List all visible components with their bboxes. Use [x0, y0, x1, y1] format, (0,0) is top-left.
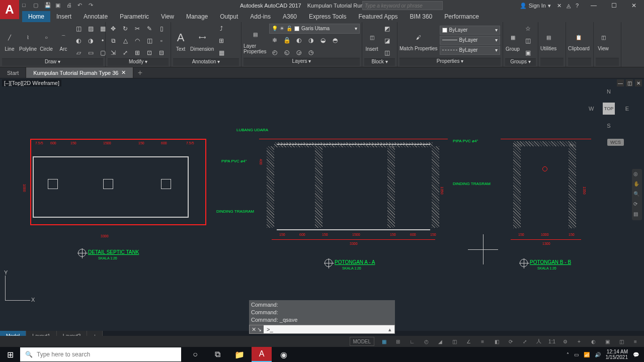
autocad-task-icon[interactable]: A — [252, 347, 272, 362]
draw-tool-icon[interactable]: ◐ — [73, 35, 84, 46]
battery-icon[interactable]: ▭ — [574, 352, 579, 357]
polyline-button[interactable]: ⌇Polyline — [19, 30, 37, 52]
close-tab-icon[interactable]: ✕ — [121, 69, 126, 76]
scale-icon[interactable]: ⤢ — [120, 47, 131, 58]
group-button[interactable]: ▦Group — [505, 30, 520, 52]
transparency-toggle[interactable]: ◧ — [492, 337, 501, 346]
anno-icon[interactable]: ▦ — [216, 47, 227, 58]
tab-output[interactable]: Output — [214, 11, 244, 22]
dimension-button[interactable]: ⟷Dimension — [190, 30, 214, 52]
nav-bar[interactable]: ◎ ✋ 🔍 ⟳ ▤ — [632, 169, 642, 220]
block-tool-icon[interactable]: ◫ — [381, 47, 392, 58]
maximize-button[interactable]: ☐ — [604, 0, 624, 11]
tab-view[interactable]: View — [155, 11, 180, 22]
a360-icon[interactable]: ◬ — [567, 3, 571, 9]
workspace-icon[interactable]: ⚙ — [560, 337, 570, 346]
table-icon[interactable]: ⊞ — [216, 35, 227, 46]
layer-tool-icon[interactable]: ◑ — [305, 35, 316, 46]
taskbar-search[interactable]: 🔍 Type here to search — [20, 347, 181, 361]
viewcube[interactable]: N S E W TOP — [589, 88, 629, 129]
tab-bim360[interactable]: BIM 360 — [404, 11, 439, 22]
tab-annotate[interactable]: Annotate — [77, 11, 114, 22]
linetype-dropdown[interactable]: ByLayer▾ — [440, 46, 500, 55]
lineweight-toggle[interactable]: ≡ — [478, 337, 487, 346]
app-menu-button[interactable]: A — [0, 0, 19, 19]
anno-monitor-icon[interactable]: + — [575, 337, 584, 346]
vp-close-icon[interactable]: ✕ — [635, 79, 642, 86]
erase-icon[interactable]: ✎ — [144, 23, 155, 34]
cycle-toggle[interactable]: ⟳ — [506, 337, 515, 346]
layer-tool-icon[interactable]: ◴ — [269, 47, 280, 58]
signin-button[interactable]: 👤 Sign In ▾ — [520, 3, 551, 9]
layer-tool-icon[interactable]: ◶ — [293, 47, 304, 58]
draw-tool-icon[interactable]: ▱ — [73, 47, 84, 58]
otrack-toggle[interactable]: ∠ — [464, 337, 473, 346]
draw-tool-icon[interactable]: ▨ — [85, 23, 96, 34]
tray-chevron-icon[interactable]: ˄ — [567, 352, 569, 357]
lineweight-dropdown[interactable]: ByLayer▾ — [440, 36, 500, 45]
saveas-icon[interactable]: ▣ — [55, 2, 62, 9]
isolate-icon[interactable]: ▣ — [603, 337, 612, 346]
arc-button[interactable]: ⌒Arc — [56, 30, 71, 52]
mirror-icon[interactable]: △ — [120, 35, 131, 46]
layer-dropdown[interactable]: 💡 ☀ 🔓 Garis Utama ▾ — [269, 24, 360, 34]
open-icon[interactable]: ▢ — [33, 2, 40, 9]
zoom-icon[interactable]: 🔍 — [633, 191, 640, 198]
utilities-button[interactable]: ▤Utilities — [540, 30, 556, 51]
tab-home[interactable]: Home — [22, 11, 50, 22]
block-tool-icon[interactable]: ◪ — [381, 35, 392, 46]
layer-properties-button[interactable]: ▤Layer Properties — [244, 27, 267, 54]
anno-vis[interactable]: 人 — [534, 337, 543, 346]
draw-tool-icon[interactable]: ▭ — [85, 47, 96, 58]
tray-clock[interactable]: 12:14 AM 1/15/2021 — [606, 349, 628, 360]
save-icon[interactable]: 💾 — [44, 2, 51, 9]
text-button[interactable]: AText — [173, 30, 188, 52]
drawing-area[interactable]: [–][Top][2D Wireframe] — ◫ ✕ N S E W TOP… — [0, 78, 644, 331]
modify-icon[interactable]: ⊡ — [144, 47, 155, 58]
model-toggle[interactable]: MODEL — [350, 337, 375, 346]
view-button[interactable]: ◫View — [596, 30, 611, 51]
color-dropdown[interactable]: ByLayer▾ — [440, 26, 500, 35]
wheel-icon[interactable]: ◎ — [633, 171, 640, 178]
exchange-icon[interactable]: ✕ — [557, 3, 561, 9]
panel-layers[interactable]: Layers ▾ — [244, 58, 360, 66]
showmotion-icon[interactable]: ▤ — [633, 211, 640, 218]
new-doc-button[interactable]: + — [133, 67, 146, 78]
viewport-label[interactable]: [–][Top][2D Wireframe] — [2, 79, 61, 86]
wifi-icon[interactable]: 📶 — [584, 352, 590, 357]
minimize-button[interactable]: — — [584, 0, 604, 11]
doctab-active[interactable]: Kumpulan Tutorial Rumah Type 36 ✕ — [26, 67, 133, 78]
pan-icon[interactable]: ✋ — [633, 181, 640, 188]
panel-properties[interactable]: Properties ▾ — [399, 58, 501, 66]
hardware-accel-icon[interactable]: ◐ — [589, 337, 598, 346]
redo-icon[interactable]: ↷ — [89, 2, 96, 9]
panel-draw[interactable]: Draw ▾ — [2, 58, 103, 66]
tab-featured[interactable]: Featured Apps — [353, 11, 404, 22]
layer-tool-icon[interactable]: ◵ — [281, 47, 292, 58]
chevron-up-icon[interactable]: ▴ — [385, 326, 394, 333]
modify-icon[interactable]: ▯ — [156, 23, 167, 34]
panel-modify[interactable]: Modify ▾ — [108, 58, 169, 66]
command-line[interactable]: ✕ ↘ >_ ▴ — [249, 325, 395, 334]
match-properties-button[interactable]: 🖌Match Properties — [399, 30, 438, 51]
snap-toggle[interactable]: ⊞ — [393, 337, 403, 346]
circle-button[interactable]: ○Circle — [39, 30, 54, 52]
cortana-icon[interactable]: ○ — [185, 347, 205, 362]
modify-icon[interactable]: ⊟ — [156, 47, 167, 58]
isodraft-toggle[interactable]: ◢ — [436, 337, 445, 346]
tab-manage[interactable]: Manage — [180, 11, 214, 22]
insert-block-button[interactable]: ◫Insert — [364, 30, 379, 52]
new-icon[interactable]: □ — [22, 2, 29, 9]
start-button[interactable]: ⊞ — [0, 347, 20, 362]
ortho-toggle[interactable]: ∟ — [408, 337, 417, 346]
scale-label[interactable]: 1:1 — [548, 337, 555, 346]
doctab-start[interactable]: Start — [0, 67, 26, 78]
infocenter-search[interactable] — [362, 1, 443, 10]
draw-tool-icon[interactable]: ◑ — [85, 35, 96, 46]
layer-tool-icon[interactable]: ◐ — [293, 35, 304, 46]
tab-performance[interactable]: Performance — [438, 11, 485, 22]
polar-toggle[interactable]: ◴ — [422, 337, 431, 346]
stretch-icon[interactable]: ⇲ — [108, 47, 119, 58]
fillet-icon[interactable]: ◠ — [132, 35, 143, 46]
rotate-icon[interactable]: ↻ — [120, 23, 131, 34]
